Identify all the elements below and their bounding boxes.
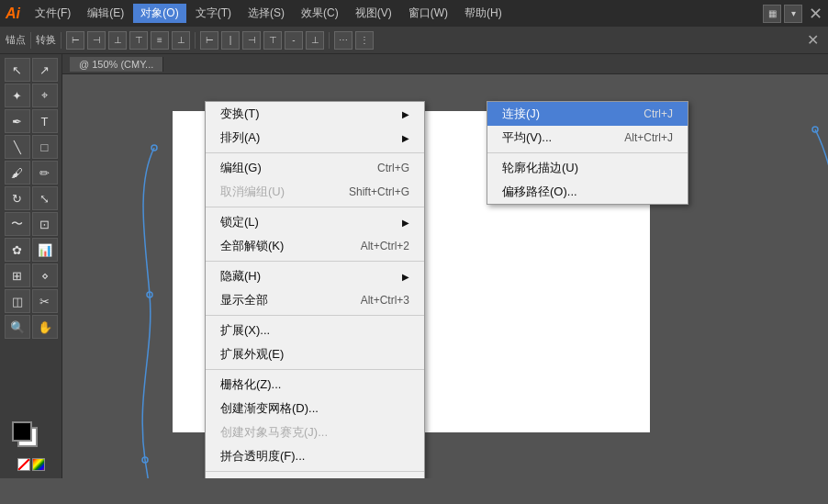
menu-item-rasterize[interactable]: 栅格化(Z)...: [206, 373, 424, 397]
path-submenu-item-join[interactable]: 连接(J) Ctrl+J: [487, 102, 688, 126]
divider-4: [206, 315, 424, 316]
panel-close-icon[interactable]: ✕: [803, 31, 822, 49]
symbol-sprayer-tool[interactable]: ✿: [5, 238, 30, 262]
menu-help[interactable]: 帮助(H): [457, 4, 509, 23]
fill-swatch[interactable]: [12, 421, 32, 442]
paint-brush-tool[interactable]: 🖌: [5, 161, 30, 185]
tool-row-10: ◫ ✂: [5, 289, 58, 313]
free-transform-tool[interactable]: ⊡: [32, 212, 58, 236]
path-submenu-item-average[interactable]: 平均(V)... Alt+Ctrl+J: [487, 126, 688, 150]
canvas-content[interactable]: 变换(T) ▶ 排列(A) ▶ 编组(G) Ctrl+G 取消编组(U) Shi…: [62, 74, 828, 478]
warp-tool[interactable]: 〜: [5, 212, 30, 236]
menu-item-ungroup[interactable]: 取消编组(U) Shift+Ctrl+G: [206, 180, 424, 204]
distribute-right-icon[interactable]: ⊣: [242, 31, 261, 50]
magic-wand-tool[interactable]: ✦: [5, 84, 30, 107]
path-divider-1: [487, 152, 688, 153]
eraser-tool[interactable]: ◫: [5, 289, 30, 313]
tools-panel: ↖ ↗ ✦ ⌖ ✒ T ╲ □ 🖌 ✏ ↻ ⤡ 〜 ⊡ ✿ 📊: [0, 54, 62, 478]
gradient-swatch[interactable]: [32, 458, 45, 471]
icon-grid[interactable]: ▦: [763, 5, 781, 23]
menu-path: 连接(J) Ctrl+J 平均(V)... Alt+Ctrl+J 轮廓化描边(U…: [487, 101, 688, 205]
align-center-v-icon[interactable]: ≡: [151, 31, 169, 50]
align-left-icon[interactable]: ⊢: [66, 31, 84, 50]
toolbar1: 锚点 转换 ⊢ ⊣ ⊥ ⊤ ≡ ⊥ ⊢ | ⊣ ⊤ - ⊥ ⋯ ⋮ ✕: [0, 27, 828, 54]
divider3: [195, 32, 196, 49]
divider-2: [206, 207, 424, 207]
distribute-left-icon[interactable]: ⊢: [200, 31, 218, 50]
rotate-tool[interactable]: ↻: [5, 186, 30, 210]
close-icon[interactable]: ✕: [809, 4, 822, 24]
divider-1: [206, 152, 424, 153]
divider-5: [206, 369, 424, 370]
menu-item-group[interactable]: 编组(G) Ctrl+G: [206, 156, 424, 180]
menu-item-gradient-mesh[interactable]: 创建渐变网格(D)...: [206, 397, 424, 420]
menu-select[interactable]: 选择(S): [241, 4, 292, 23]
type-tool[interactable]: T: [32, 109, 58, 133]
icon-dropdown[interactable]: ▾: [784, 5, 802, 23]
align-right-icon[interactable]: ⊥: [108, 31, 127, 50]
rect-tool[interactable]: □: [32, 135, 58, 159]
menu-object[interactable]: 对象(O): [133, 4, 185, 23]
scale-tool[interactable]: ⤡: [32, 186, 58, 210]
select-tool[interactable]: ↖: [5, 58, 30, 82]
tool-row-4: ╲ □: [5, 135, 58, 159]
distribute-center-v-icon[interactable]: -: [285, 31, 303, 50]
distribute-top-icon[interactable]: ⊤: [263, 31, 282, 50]
menu-file[interactable]: 文件(F): [28, 4, 78, 23]
menu-item-arrange[interactable]: 排列(A) ▶: [206, 126, 424, 150]
distribute-center-h-icon[interactable]: |: [221, 31, 240, 50]
distribute-spacing-v-icon[interactable]: ⋮: [355, 31, 374, 50]
path-submenu-item-offset[interactable]: 偏移路径(O)...: [487, 180, 688, 204]
hand-tool[interactable]: ✋: [32, 315, 58, 339]
canvas-tab-item[interactable]: @ 150% (CMY...: [70, 57, 163, 72]
distribute-spacing-icon[interactable]: ⋯: [334, 31, 352, 50]
menu-view[interactable]: 视图(V): [348, 4, 399, 23]
tool-row-5: 🖌 ✏: [5, 161, 58, 185]
menu-text[interactable]: 文字(T): [188, 4, 239, 23]
menu-item-expand-appearance[interactable]: 扩展外观(E): [206, 342, 424, 366]
menu-item-slice[interactable]: 切片(S) ▶: [206, 475, 424, 478]
tool-row-7: 〜 ⊡: [5, 212, 58, 236]
scissors-tool[interactable]: ✂: [32, 289, 58, 313]
none-swatch[interactable]: [17, 458, 30, 471]
canvas-svg: [62, 74, 828, 478]
slice-tool[interactable]: ⋄: [32, 263, 58, 287]
menu-effect[interactable]: 效果(C): [294, 4, 346, 23]
menu-item-flatten-transparency[interactable]: 拼合透明度(F)...: [206, 444, 424, 468]
menu-item-expand[interactable]: 扩展(X)...: [206, 319, 424, 342]
tool-row-11: 🔍 ✋: [5, 315, 58, 339]
column-graph-tool[interactable]: 📊: [32, 238, 58, 262]
divider-6: [206, 471, 424, 472]
lasso-tool[interactable]: ⌖: [32, 84, 58, 107]
path-submenu-item-outline-stroke[interactable]: 轮廓化描边(U): [487, 156, 688, 180]
menu-item-hide[interactable]: 隐藏(H) ▶: [206, 264, 424, 288]
tool-row-9: ⊞ ⋄: [5, 263, 58, 287]
title-bar: Ai 文件(F) 编辑(E) 对象(O) 文字(T) 选择(S) 效果(C) 视…: [0, 0, 828, 27]
main-layout: ↖ ↗ ✦ ⌖ ✒ T ╲ □ 🖌 ✏ ↻ ⤡ 〜 ⊡ ✿ 📊: [0, 54, 828, 478]
toolbar-transform-label: 转换: [36, 33, 56, 47]
menu-item-lock[interactable]: 锁定(L) ▶: [206, 210, 424, 234]
toolbar-anchor-label: 锚点: [6, 33, 26, 47]
menu-edit[interactable]: 编辑(E): [80, 4, 131, 23]
divider4: [329, 32, 330, 49]
artboard-tool[interactable]: ⊞: [5, 263, 30, 287]
divider2: [61, 32, 62, 49]
direct-select-tool[interactable]: ↗: [32, 58, 58, 82]
align-center-h-icon[interactable]: ⊣: [87, 31, 106, 50]
align-bottom-icon[interactable]: ⊥: [172, 31, 190, 50]
toolbar-icons: ▦ ▾ ✕: [763, 4, 822, 24]
menu-bar: 文件(F) 编辑(E) 对象(O) 文字(T) 选择(S) 效果(C) 视图(V…: [28, 4, 509, 23]
divider-3: [206, 261, 424, 262]
menu-item-unlock-all[interactable]: 全部解锁(K) Alt+Ctrl+2: [206, 234, 424, 258]
line-tool[interactable]: ╲: [5, 135, 30, 159]
menu-item-mosaic: 创建对象马赛克(J)...: [206, 420, 424, 444]
menu-item-show-all[interactable]: 显示全部 Alt+Ctrl+3: [206, 288, 424, 312]
zoom-tool[interactable]: 🔍: [5, 315, 30, 339]
menu-window[interactable]: 窗口(W): [401, 4, 455, 23]
tool-row-1: ↖ ↗: [5, 58, 58, 82]
menu-item-transform[interactable]: 变换(T) ▶: [206, 102, 424, 126]
pencil-tool[interactable]: ✏: [32, 161, 58, 185]
pen-tool[interactable]: ✒: [5, 109, 30, 133]
align-top-icon[interactable]: ⊤: [129, 31, 148, 50]
distribute-bottom-icon[interactable]: ⊥: [306, 31, 324, 50]
